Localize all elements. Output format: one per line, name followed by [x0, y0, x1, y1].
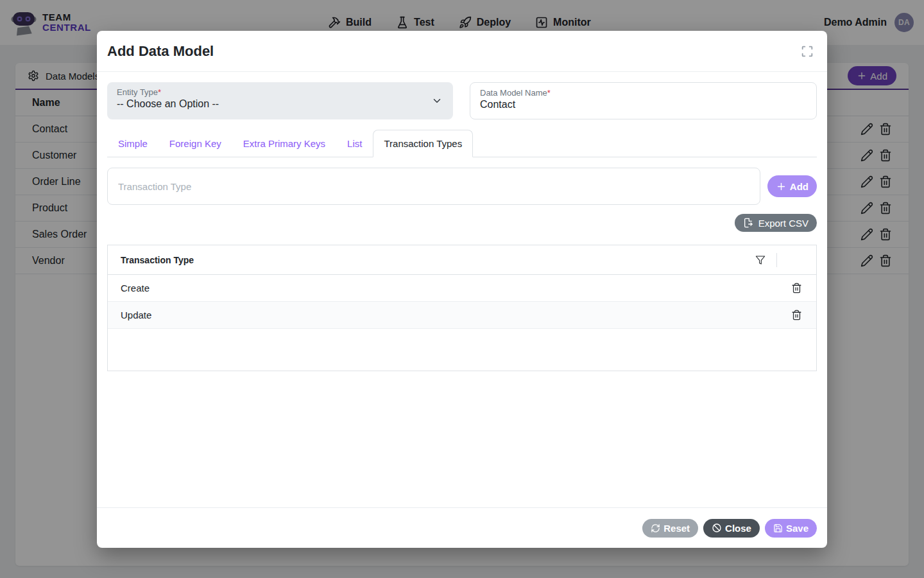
dialog-body: Entity Type* -- Choose an Option -- Data… — [97, 72, 827, 507]
add-label: Add — [790, 181, 809, 192]
entity-type-select[interactable]: Entity Type* -- Choose an Option -- — [107, 82, 453, 119]
save-icon — [773, 523, 783, 533]
column-header-transaction-type: Transaction Type — [108, 255, 755, 265]
tab-extra-primary-keys[interactable]: Extra Primary Keys — [232, 130, 336, 157]
required-marker: * — [547, 88, 551, 98]
chevron-down-icon — [431, 95, 443, 107]
tab-simple[interactable]: Simple — [107, 130, 158, 157]
dialog-title: Add Data Model — [107, 43, 214, 60]
table-row: Create — [108, 275, 816, 302]
delete-icon[interactable] — [791, 310, 802, 320]
header-divider — [776, 253, 777, 267]
table-row: Update — [108, 302, 816, 329]
add-data-model-dialog: Add Data Model Entity Type* -- Choose an… — [97, 31, 827, 548]
save-button[interactable]: Save — [765, 519, 817, 538]
save-label: Save — [786, 523, 809, 534]
file-export-icon — [743, 218, 753, 228]
close-button[interactable]: Close — [703, 519, 760, 538]
export-csv-label: Export CSV — [758, 218, 809, 229]
transaction-type-input[interactable] — [107, 168, 760, 205]
tab-list[interactable]: List — [336, 130, 373, 157]
dialog-tabs: Simple Foreign Key Extra Primary Keys Li… — [107, 130, 817, 157]
data-model-name-field: Data Model Name* — [470, 82, 817, 119]
data-model-name-label: Data Model Name* — [480, 88, 807, 98]
transaction-type-cell: Update — [108, 310, 776, 320]
filter-icon[interactable] — [755, 255, 766, 265]
entity-type-value: -- Choose an Option -- — [117, 98, 443, 110]
tab-transaction-types[interactable]: Transaction Types — [373, 130, 473, 157]
data-model-name-input[interactable] — [480, 99, 807, 110]
transaction-type-add-row: Add — [107, 168, 817, 205]
delete-icon[interactable] — [791, 283, 802, 293]
close-label: Close — [725, 523, 751, 534]
reset-button[interactable]: Reset — [642, 519, 698, 538]
dialog-header: Add Data Model — [97, 31, 827, 72]
transaction-types-table: Transaction Type Create Update — [107, 245, 817, 371]
fullscreen-icon[interactable] — [800, 44, 814, 58]
transaction-types-table-header: Transaction Type — [108, 245, 816, 275]
dialog-footer: Reset Close Save — [97, 507, 827, 548]
required-marker: * — [158, 87, 161, 97]
refresh-icon — [651, 523, 660, 533]
plus-icon — [776, 181, 787, 192]
form-fields-row: Entity Type* -- Choose an Option -- Data… — [107, 82, 817, 119]
export-row: Export CSV — [107, 214, 817, 232]
export-csv-button[interactable]: Export CSV — [735, 214, 817, 232]
add-transaction-type-button[interactable]: Add — [767, 175, 817, 197]
reset-label: Reset — [663, 523, 690, 534]
transaction-type-cell: Create — [108, 283, 776, 293]
tab-foreign-key[interactable]: Foreign Key — [158, 130, 232, 157]
entity-type-label: Entity Type* — [117, 87, 443, 97]
ban-icon — [712, 523, 722, 533]
